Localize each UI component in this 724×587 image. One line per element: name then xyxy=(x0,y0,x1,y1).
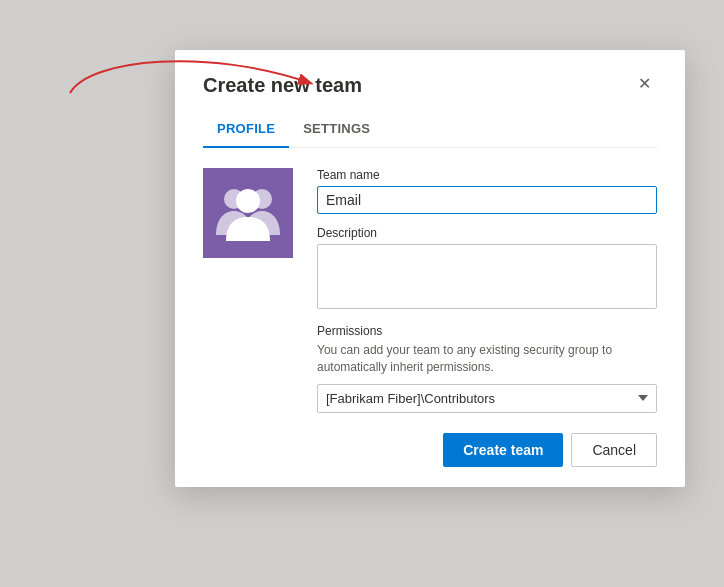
permissions-select[interactable]: [Fabrikam Fiber]\Contributors [Fabrikam … xyxy=(317,384,657,413)
modal-header: Create new team ✕ xyxy=(203,74,657,97)
svg-point-4 xyxy=(236,189,260,213)
description-label: Description xyxy=(317,226,657,240)
tab-settings[interactable]: SETTINGS xyxy=(289,113,384,148)
modal-title: Create new team xyxy=(203,74,362,97)
modal-body: Team name Description Permissions You ca… xyxy=(203,168,657,413)
cancel-button[interactable]: Cancel xyxy=(571,433,657,467)
team-icon-svg xyxy=(208,173,288,253)
team-icon-placeholder xyxy=(203,168,293,258)
form-area: Team name Description Permissions You ca… xyxy=(317,168,657,413)
create-team-modal: Create new team ✕ PROFILE SETTINGS Team … xyxy=(175,50,685,487)
create-team-button[interactable]: Create team xyxy=(443,433,563,467)
modal-footer: Create team Cancel xyxy=(203,433,657,467)
close-button[interactable]: ✕ xyxy=(632,74,657,94)
permissions-description: You can add your team to any existing se… xyxy=(317,342,657,376)
description-input[interactable] xyxy=(317,244,657,309)
tab-profile[interactable]: PROFILE xyxy=(203,113,289,148)
modal-tabs: PROFILE SETTINGS xyxy=(203,113,657,148)
team-name-input[interactable] xyxy=(317,186,657,214)
team-name-label: Team name xyxy=(317,168,657,182)
permissions-label: Permissions xyxy=(317,324,657,338)
